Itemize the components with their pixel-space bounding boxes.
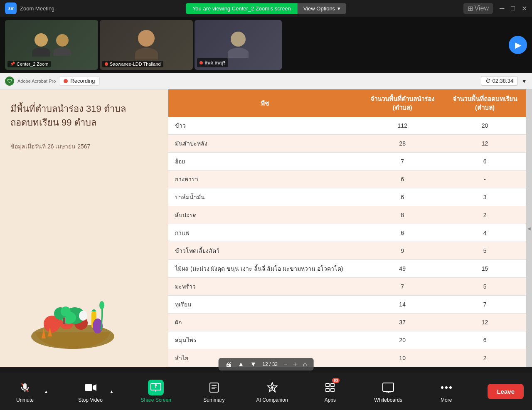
recording-label: Recording bbox=[70, 78, 95, 84]
apps-icon-wrap: 83 bbox=[322, 380, 338, 395]
pdf-down-button[interactable]: ▼ bbox=[248, 360, 258, 369]
app-title: Zoom Meeting bbox=[20, 5, 54, 12]
recording-bar-right: ⏱ 02:38:34 ▼ bbox=[481, 76, 527, 86]
svg-rect-32 bbox=[326, 383, 329, 387]
slide-title: มีพื้นที่ตำบลนำร่อง 319 ตำบล ถอดบทเรียน … bbox=[10, 102, 158, 129]
svg-rect-26 bbox=[210, 383, 218, 392]
crop-name-cell: มันสำปะหลัง bbox=[168, 135, 361, 153]
svg-rect-36 bbox=[383, 383, 394, 391]
table-row: มะพร้าว75 bbox=[168, 278, 526, 296]
svg-point-41 bbox=[449, 386, 452, 389]
mic-muted-icon-2 bbox=[105, 62, 108, 66]
svg-rect-33 bbox=[331, 383, 334, 387]
expand-arrow[interactable]: ▼ bbox=[521, 78, 527, 84]
video-label-2: Saowanee-LDD Thailand bbox=[102, 61, 163, 67]
svg-rect-34 bbox=[326, 388, 329, 392]
pdf-zoom-out-button[interactable]: − bbox=[282, 360, 289, 369]
col-header-pilot: จำนวนพื้นที่ตำบลนำร่อง(ตำบล) bbox=[361, 89, 443, 117]
stop-video-group: Stop Video ▲ bbox=[74, 380, 115, 403]
svg-point-14 bbox=[99, 301, 104, 309]
lesson-count-cell: 7 bbox=[443, 296, 526, 314]
pilot-count-cell: 28 bbox=[361, 135, 443, 153]
lesson-count-cell: 4 bbox=[443, 224, 526, 242]
zoom-logo: zm bbox=[5, 2, 17, 14]
apps-icon bbox=[324, 382, 336, 393]
ai-companion-item[interactable]: AI Companion bbox=[256, 380, 289, 403]
crop-name-cell: ทุเรียน bbox=[168, 296, 361, 314]
more-item[interactable]: More bbox=[430, 380, 463, 403]
ai-icon bbox=[266, 382, 278, 393]
svg-point-31 bbox=[271, 386, 273, 389]
slide-title-line2: ถอดบทเรียน 99 ตำบล bbox=[10, 117, 96, 128]
table-row: ไม้ผล (มะม่วง มังคุด ขนุน เงาะ ลิ้นจี่ ส… bbox=[168, 260, 526, 278]
crop-name-cell: ข้าวโพดเลี้ยงสัตว์ bbox=[168, 242, 361, 260]
video-thumb-2[interactable]: Saowanee-LDD Thailand bbox=[100, 20, 193, 70]
unmute-label: Unmute bbox=[16, 397, 34, 403]
lesson-count-cell: - bbox=[443, 170, 526, 188]
svg-marker-25 bbox=[155, 384, 157, 385]
lesson-count-cell: 20 bbox=[443, 117, 526, 135]
lesson-count-cell: 15 bbox=[443, 260, 526, 278]
lesson-count-cell: 2 bbox=[443, 349, 526, 367]
pilot-count-cell: 112 bbox=[361, 117, 443, 135]
next-participant-button[interactable]: ▶ bbox=[509, 36, 527, 54]
apps-item[interactable]: 83 Apps bbox=[313, 380, 347, 403]
minimize-icon[interactable]: ─ bbox=[500, 5, 504, 12]
table-row: ยางพารา6- bbox=[168, 170, 526, 188]
lesson-count-cell: 3 bbox=[443, 188, 526, 206]
crop-name-cell: กาแฟ bbox=[168, 224, 361, 242]
pdf-up-button[interactable]: ▲ bbox=[236, 360, 246, 369]
table-row: กาแฟ64 bbox=[168, 224, 526, 242]
close-icon[interactable]: ✕ bbox=[522, 5, 527, 12]
unmute-item[interactable]: Unmute bbox=[8, 380, 42, 403]
crop-name-cell: ข้าว bbox=[168, 117, 361, 135]
pilot-count-cell: 6 bbox=[361, 224, 443, 242]
video-caret[interactable]: ▲ bbox=[109, 389, 115, 394]
unmute-caret[interactable]: ▲ bbox=[43, 389, 49, 394]
veggie-svg bbox=[10, 274, 135, 353]
more-label: More bbox=[441, 397, 452, 403]
pdf-home-button[interactable]: ⌂ bbox=[301, 360, 309, 369]
video-thumb-1[interactable]: 📌 Center_2 Zoom bbox=[5, 20, 98, 70]
more-icon bbox=[441, 385, 452, 390]
pilot-count-cell: 7 bbox=[361, 153, 443, 170]
stop-video-item[interactable]: Stop Video bbox=[74, 380, 107, 403]
screen-share-banner: You are viewing Center_2 Zoom's screen V… bbox=[186, 3, 346, 14]
col-header-crop: พืช bbox=[168, 89, 361, 117]
maximize-icon[interactable]: □ bbox=[511, 5, 515, 12]
svg-point-40 bbox=[445, 386, 448, 389]
pilot-count-cell: 6 bbox=[361, 170, 443, 188]
crop-name-cell: ปาล์มน้ำมัน bbox=[168, 188, 361, 206]
lesson-count-cell: 6 bbox=[443, 153, 526, 170]
view-options-button[interactable]: View Options ▾ bbox=[298, 3, 346, 14]
clock-icon: ⏱ bbox=[485, 78, 491, 84]
leave-button[interactable]: Leave bbox=[488, 384, 524, 399]
video-icon bbox=[84, 383, 97, 393]
svg-rect-18 bbox=[85, 384, 92, 391]
more-icon-wrap bbox=[438, 380, 454, 395]
video-label-3: สพด.ลพบุรี bbox=[197, 58, 228, 67]
svg-text:zm: zm bbox=[8, 6, 14, 11]
view-button[interactable]: ⊞ View bbox=[463, 3, 493, 14]
summary-item[interactable]: Summary bbox=[197, 380, 231, 403]
recording-dot bbox=[64, 79, 68, 83]
unmute-icon-wrap bbox=[17, 380, 33, 395]
pdf-print-button[interactable]: 🖨 bbox=[224, 360, 234, 369]
crop-name-cell: ยางพารา bbox=[168, 170, 361, 188]
crop-name-cell: สมุนไพร bbox=[168, 331, 361, 349]
share-screen-item[interactable]: Share Screen bbox=[139, 380, 172, 403]
svg-point-39 bbox=[441, 386, 443, 389]
video-thumb-3[interactable]: สพด.ลพบุรี bbox=[195, 20, 282, 70]
right-sidebar[interactable]: ◀ bbox=[526, 89, 532, 367]
collapse-icon: ◀ bbox=[527, 226, 531, 231]
whiteboards-item[interactable]: Whiteboards bbox=[372, 380, 405, 403]
table-row: ข้าวโพดเลี้ยงสัตว์95 bbox=[168, 242, 526, 260]
pilot-count-cell: 20 bbox=[361, 331, 443, 349]
whiteboard-icon bbox=[382, 382, 394, 393]
table-row: อ้อย76 bbox=[168, 153, 526, 170]
table-row: มันสำปะหลัง2812 bbox=[168, 135, 526, 153]
crop-name-cell: ไม้ผล (มะม่วง มังคุด ขนุน เงาะ ลิ้นจี่ ส… bbox=[168, 260, 361, 278]
pdf-zoom-in-button[interactable]: + bbox=[291, 360, 298, 369]
share-screen-icon-wrap bbox=[148, 380, 164, 395]
chevron-down-icon: ▾ bbox=[337, 5, 340, 12]
